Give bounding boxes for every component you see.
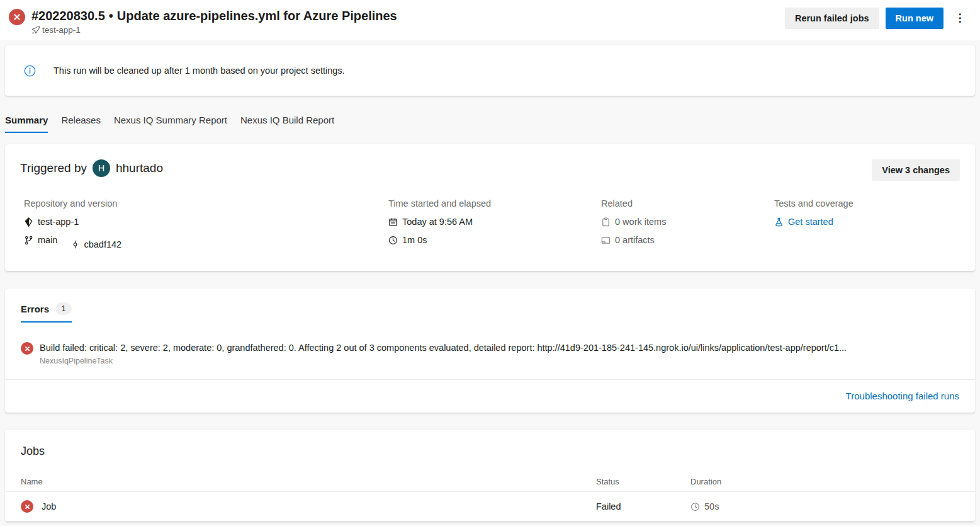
work-items-count: 0 work items (615, 217, 666, 227)
job-failed-icon (21, 500, 33, 513)
repository-item[interactable]: test-app-1 (24, 217, 388, 227)
rerun-failed-jobs-button[interactable]: Rerun failed jobs (785, 8, 879, 29)
view-changes-button[interactable]: View 3 changes (872, 159, 960, 181)
info-icon (24, 65, 36, 77)
job-row[interactable]: Job Failed 50s (5, 492, 975, 522)
artifacts-icon (601, 236, 611, 245)
run-tabs: Summary Releases Nexus IQ Summary Report… (5, 115, 975, 133)
job-status: Failed (596, 501, 690, 512)
tab-nexus-iq-summary-report[interactable]: Nexus IQ Summary Report (114, 115, 227, 133)
jobs-column-duration: Duration (690, 477, 959, 486)
pipeline-breadcrumb[interactable]: test-app-1 (31, 25, 397, 35)
work-items-item[interactable]: 0 work items (601, 217, 774, 227)
run-header: #20220830.5•Update azure-pipelines.yml f… (0, 0, 980, 40)
commit-item[interactable]: cbadf142 (71, 235, 121, 253)
jobs-card: Jobs Name Status Duration Job Failed 50s (5, 430, 975, 522)
repository-column-label: Repository and version (24, 198, 388, 209)
branch-icon (24, 236, 33, 245)
time-column: Time started and elapsed Today at 9:56 A… (388, 198, 601, 253)
triggered-by-row: Triggered by H hhurtado (20, 159, 960, 177)
related-column-label: Related (601, 198, 774, 209)
title-separator: • (109, 9, 113, 23)
tests-column-label: Tests and coverage (774, 198, 960, 209)
tab-nexus-iq-build-report[interactable]: Nexus IQ Build Report (240, 115, 334, 133)
job-duration-cell: 50s (690, 501, 959, 512)
run-title-text: Update azure-pipelines.yml for Azure Pip… (117, 9, 397, 23)
error-icon (21, 342, 33, 355)
errors-tab-label: Errors (21, 304, 49, 314)
errors-card: Errors 1 Build failed: critical: 2, seve… (5, 289, 975, 413)
elapsed-time-item: 1m 0s (388, 235, 601, 245)
jobs-table-header: Name Status Duration (5, 472, 975, 492)
clock-icon (388, 236, 398, 245)
job-name: Job (42, 501, 56, 512)
calendar-icon (388, 217, 398, 227)
errors-count-badge: 1 (55, 302, 72, 315)
jobs-column-name: Name (21, 477, 596, 486)
errors-tab[interactable]: Errors 1 (21, 302, 72, 323)
azure-repos-icon (24, 217, 33, 227)
jobs-column-status: Status (596, 477, 690, 486)
run-failed-icon (9, 9, 25, 25)
page-title: #20220830.5•Update azure-pipelines.yml f… (31, 8, 397, 24)
start-time: Today at 9:56 AM (402, 217, 473, 227)
job-duration: 50s (704, 501, 719, 512)
related-column: Related 0 work items 0 artifacts (601, 198, 774, 253)
duration-clock-icon (690, 502, 700, 512)
tests-column: Tests and coverage Get started (774, 198, 960, 253)
triggering-user: hhurtado (116, 161, 163, 175)
work-items-icon (601, 217, 611, 227)
tab-releases[interactable]: Releases (61, 115, 101, 133)
error-source-task: NexusIqPipelineTask (40, 357, 847, 365)
retention-banner-text: This run will be cleaned up after 1 mont… (54, 66, 345, 76)
repository-column: Repository and version test-app-1 main c… (24, 198, 388, 253)
run-new-button[interactable]: Run new (886, 8, 943, 29)
avatar: H (93, 159, 110, 177)
pipeline-name: test-app-1 (42, 25, 81, 35)
troubleshooting-link[interactable]: Troubleshooting failed runs (846, 391, 959, 401)
beaker-icon (774, 217, 784, 227)
elapsed-time: 1m 0s (402, 235, 427, 245)
more-options-button[interactable]: ⋮ (950, 8, 970, 28)
artifacts-count: 0 artifacts (615, 235, 655, 245)
commit-hash: cbadf142 (84, 239, 121, 249)
branch-item[interactable]: main (24, 235, 57, 245)
artifacts-item[interactable]: 0 artifacts (601, 235, 774, 245)
branch-name: main (38, 235, 57, 245)
time-column-label: Time started and elapsed (388, 198, 601, 209)
pipeline-rocket-icon (31, 26, 40, 34)
commit-icon (71, 240, 79, 249)
start-time-item: Today at 9:56 AM (388, 217, 601, 227)
triggered-by-label: Triggered by (20, 161, 87, 175)
tests-get-started-item[interactable]: Get started (774, 217, 960, 227)
errors-tab-strip: Errors 1 (5, 302, 975, 323)
error-message: Build failed: critical: 2, severe: 2, mo… (40, 341, 847, 354)
repository-name: test-app-1 (38, 217, 79, 227)
run-number: #20220830.5 (31, 9, 105, 23)
jobs-heading: Jobs (5, 445, 975, 458)
tests-get-started-link[interactable]: Get started (788, 217, 833, 227)
tab-summary[interactable]: Summary (5, 115, 48, 133)
retention-banner: This run will be cleaned up after 1 mont… (5, 45, 975, 96)
summary-card: Triggered by H hhurtado View 3 changes R… (5, 144, 975, 271)
error-list-item[interactable]: Build failed: critical: 2, severe: 2, mo… (5, 323, 975, 365)
jobs-table: Name Status Duration Job Failed 50s (5, 472, 975, 522)
